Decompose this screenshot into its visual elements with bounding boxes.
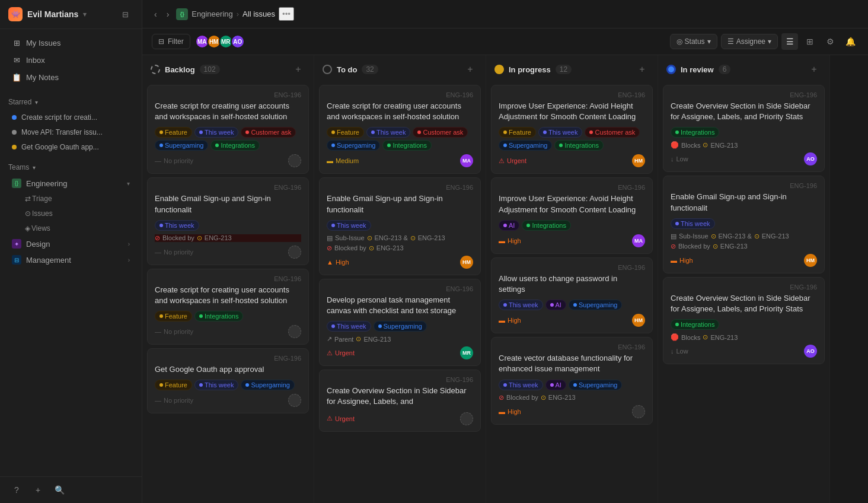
tag-supergaming[interactable]: Supergaming bbox=[499, 140, 552, 151]
priority-badge: ▲ High bbox=[327, 259, 349, 266]
card-backlog-3[interactable]: ENG-196 Get Google Oauth app approval Fe… bbox=[147, 348, 309, 413]
tag-feature[interactable]: Feature bbox=[327, 127, 364, 138]
team-item-design[interactable]: ✦ Design › bbox=[4, 236, 138, 252]
team-label-engineering: Engineering bbox=[26, 179, 67, 188]
priority-badge: ↓ Low bbox=[671, 348, 688, 355]
tag-customer[interactable]: Customer ask bbox=[413, 127, 468, 138]
main-content: ‹ › {} Engineering › All issues ••• ⊟ Fi… bbox=[142, 0, 868, 503]
management-icon: ⊟ bbox=[12, 255, 21, 265]
card-todo-0[interactable]: ENG-196 Create script for creating user … bbox=[319, 85, 481, 174]
starred-item-0[interactable]: Create script for creati... bbox=[4, 110, 138, 125]
settings-button[interactable]: ⚙ bbox=[822, 33, 838, 50]
search-button[interactable]: 🔍 bbox=[51, 482, 68, 498]
card-backlog-1[interactable]: ENG-196 Enable Gmail Sign-up and Sign-in… bbox=[147, 177, 309, 265]
sidebar-item-views[interactable]: ◈ Views bbox=[4, 221, 138, 235]
tag-integrations[interactable]: Integrations bbox=[671, 319, 719, 330]
tag-feature[interactable]: Feature bbox=[155, 127, 192, 138]
notification-button[interactable]: 🔔 bbox=[842, 33, 859, 50]
tag-thisweek[interactable]: This week bbox=[194, 380, 239, 390]
list-view-button[interactable]: ☰ bbox=[781, 33, 798, 50]
sidebar-item-issues[interactable]: ⊙ Issues bbox=[4, 206, 138, 221]
card-inreview-1[interactable]: ENG-196 Enable Gmail Sign-up and Sign-in… bbox=[663, 176, 825, 273]
tag-thisweek[interactable]: This week bbox=[499, 380, 543, 390]
tag-integrations[interactable]: Integrations bbox=[382, 140, 431, 151]
tag-supergaming[interactable]: Supergaming bbox=[327, 140, 380, 151]
status-filter-button[interactable]: ◎ Status ▾ bbox=[670, 34, 717, 49]
starred-item-2[interactable]: Get Google Oauth app... bbox=[4, 140, 138, 154]
card-inprogress-1[interactable]: ENG-196 Improve User Experience: Avoid H… bbox=[491, 177, 653, 253]
team-item-management[interactable]: ⊟ Management › bbox=[4, 252, 138, 268]
starred-header[interactable]: Starred ▾ bbox=[8, 98, 133, 106]
tag-thisweek[interactable]: This week bbox=[538, 127, 583, 138]
tag-integrations[interactable]: Integrations bbox=[554, 140, 603, 151]
team-item-engineering[interactable]: {} Engineering ▾ bbox=[4, 176, 138, 191]
sidebar-item-my-notes[interactable]: 📋 My Notes bbox=[4, 69, 138, 85]
tag-thisweek[interactable]: This week bbox=[194, 127, 239, 138]
priority-badge: ▬ High bbox=[671, 257, 693, 264]
tag-supergaming[interactable]: Supergaming bbox=[155, 140, 208, 151]
inreview-add-button[interactable]: + bbox=[807, 62, 821, 77]
tag-integrations[interactable]: Integrations bbox=[210, 140, 259, 151]
tag-supergaming[interactable]: Supergaming bbox=[241, 380, 294, 390]
assignee-filter-button[interactable]: ☰ Assignee ▾ bbox=[721, 34, 778, 49]
card-inprogress-3[interactable]: ENG-196 Create vector database functiona… bbox=[491, 337, 653, 424]
card-inprogress-0[interactable]: ENG-196 Improve User Experience: Avoid H… bbox=[491, 85, 653, 174]
team-label-design: Design bbox=[26, 240, 50, 249]
tag-thisweek[interactable]: This week bbox=[499, 300, 543, 310]
grid-view-button[interactable]: ⊞ bbox=[802, 33, 818, 50]
sidebar-toggle-button[interactable]: ⊟ bbox=[117, 6, 133, 23]
card-title: Create script for creating user accounts… bbox=[155, 101, 301, 122]
inprogress-add-button[interactable]: + bbox=[635, 62, 649, 77]
avatar-ao[interactable]: AO bbox=[231, 34, 245, 49]
tag-feature[interactable]: Feature bbox=[499, 127, 536, 138]
card-backlog-0[interactable]: ENG-196 Create script for creating user … bbox=[147, 85, 309, 174]
card-todo-2[interactable]: ENG-196 Develop personal task management… bbox=[319, 279, 481, 366]
card-inprogress-2[interactable]: ENG-196 Allow users to change password i… bbox=[491, 257, 653, 333]
blocked-icon: ⊘ bbox=[499, 394, 504, 402]
tag-thisweek[interactable]: This week bbox=[327, 321, 371, 332]
brand[interactable]: 👾 Evil Martians ▾ bbox=[8, 7, 87, 21]
todo-add-button[interactable]: + bbox=[463, 62, 477, 77]
tag-ai[interactable]: AI bbox=[545, 300, 566, 310]
starred-label: Starred bbox=[8, 98, 31, 106]
priority-label: High bbox=[508, 317, 521, 324]
tag-thisweek[interactable]: This week bbox=[327, 220, 371, 231]
tag-integrations[interactable]: Integrations bbox=[194, 311, 243, 321]
tag-thisweek[interactable]: This week bbox=[366, 127, 411, 138]
tag-feature[interactable]: Feature bbox=[155, 380, 192, 390]
card-inreview-2[interactable]: ENG-196 Create Overview Section in Side … bbox=[663, 277, 825, 364]
sidebar-item-inbox[interactable]: ✉ Inbox bbox=[4, 52, 138, 68]
blocked-id: ENG-213 bbox=[720, 243, 748, 250]
tag-supergaming[interactable]: Supergaming bbox=[374, 321, 427, 332]
card-id: ENG-196 bbox=[155, 355, 301, 362]
tag-customer[interactable]: Customer ask bbox=[585, 127, 640, 138]
tag-customer[interactable]: Customer ask bbox=[241, 127, 296, 138]
tag-feature[interactable]: Feature bbox=[155, 311, 192, 321]
tag-integrations[interactable]: Integrations bbox=[522, 220, 570, 231]
tag-integrations[interactable]: Integrations bbox=[671, 127, 719, 138]
tag-thisweek[interactable]: This week bbox=[155, 220, 199, 231]
tag-ai[interactable]: AI bbox=[499, 220, 519, 231]
card-inreview-0[interactable]: ENG-196 Create Overview Section in Side … bbox=[663, 85, 825, 172]
card-todo-3[interactable]: ENG-196 Create Overview Section in Side … bbox=[319, 370, 481, 431]
backlog-add-button[interactable]: + bbox=[291, 62, 305, 77]
priority-icon: ▬ bbox=[499, 317, 505, 324]
sidebar: 👾 Evil Martians ▾ ⊟ ⊞ My Issues ✉ Inbox … bbox=[0, 0, 142, 503]
sidebar-item-triage[interactable]: ⇄ Triage bbox=[4, 192, 138, 206]
forward-button[interactable]: › bbox=[164, 7, 172, 21]
sidebar-item-my-issues[interactable]: ⊞ My Issues bbox=[4, 34, 138, 51]
add-button[interactable]: + bbox=[30, 482, 46, 498]
breadcrumb-more-button[interactable]: ••• bbox=[279, 7, 294, 21]
teams-header[interactable]: Teams ▾ bbox=[8, 163, 133, 171]
starred-item-1[interactable]: Move API: Transfer issu... bbox=[4, 125, 138, 139]
assignee-icon: ☰ bbox=[727, 37, 734, 46]
back-button[interactable]: ‹ bbox=[152, 7, 159, 21]
card-todo-1[interactable]: ENG-196 Enable Gmail Sign-up and Sign-in… bbox=[319, 177, 481, 275]
tag-supergaming[interactable]: Supergaming bbox=[569, 380, 622, 390]
help-button[interactable]: ? bbox=[8, 482, 25, 498]
filter-button[interactable]: ⊟ Filter bbox=[152, 34, 190, 49]
card-backlog-2[interactable]: ENG-196 Create script for creating user … bbox=[147, 269, 309, 345]
tag-ai[interactable]: AI bbox=[545, 380, 566, 390]
tag-thisweek[interactable]: This week bbox=[671, 218, 715, 229]
tag-supergaming[interactable]: Supergaming bbox=[569, 300, 622, 310]
